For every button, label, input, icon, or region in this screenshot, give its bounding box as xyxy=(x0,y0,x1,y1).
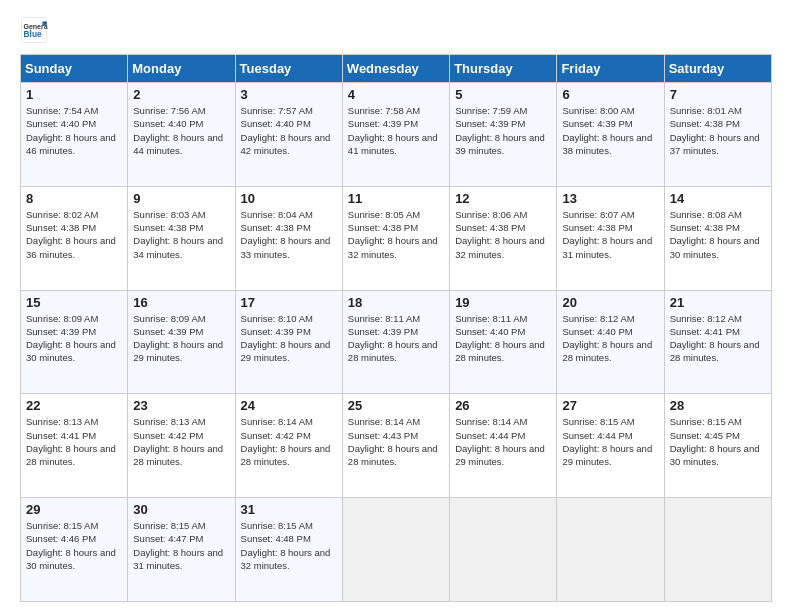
calendar-cell: 6 Sunrise: 8:00 AMSunset: 4:39 PMDayligh… xyxy=(557,83,664,187)
day-number: 12 xyxy=(455,191,551,206)
day-info: Sunrise: 7:58 AMSunset: 4:39 PMDaylight:… xyxy=(348,104,444,157)
week-row-1: 8 Sunrise: 8:02 AMSunset: 4:38 PMDayligh… xyxy=(21,186,772,290)
calendar-cell: 14 Sunrise: 8:08 AMSunset: 4:38 PMDaylig… xyxy=(664,186,771,290)
day-number: 11 xyxy=(348,191,444,206)
day-info: Sunrise: 8:04 AMSunset: 4:38 PMDaylight:… xyxy=(241,208,337,261)
day-info: Sunrise: 8:00 AMSunset: 4:39 PMDaylight:… xyxy=(562,104,658,157)
calendar-cell: 2 Sunrise: 7:56 AMSunset: 4:40 PMDayligh… xyxy=(128,83,235,187)
header: General Blue xyxy=(20,16,772,44)
col-header-sunday: Sunday xyxy=(21,55,128,83)
day-number: 13 xyxy=(562,191,658,206)
col-header-friday: Friday xyxy=(557,55,664,83)
calendar-cell: 8 Sunrise: 8:02 AMSunset: 4:38 PMDayligh… xyxy=(21,186,128,290)
day-number: 20 xyxy=(562,295,658,310)
day-number: 7 xyxy=(670,87,766,102)
day-number: 10 xyxy=(241,191,337,206)
calendar-cell: 20 Sunrise: 8:12 AMSunset: 4:40 PMDaylig… xyxy=(557,290,664,394)
page: General Blue SundayMondayTuesdayWednesda… xyxy=(0,0,792,612)
calendar-cell: 29 Sunrise: 8:15 AMSunset: 4:46 PMDaylig… xyxy=(21,498,128,602)
calendar-cell: 31 Sunrise: 8:15 AMSunset: 4:48 PMDaylig… xyxy=(235,498,342,602)
day-info: Sunrise: 7:59 AMSunset: 4:39 PMDaylight:… xyxy=(455,104,551,157)
day-info: Sunrise: 8:15 AMSunset: 4:45 PMDaylight:… xyxy=(670,415,766,468)
day-info: Sunrise: 7:57 AMSunset: 4:40 PMDaylight:… xyxy=(241,104,337,157)
day-number: 29 xyxy=(26,502,122,517)
calendar-cell: 30 Sunrise: 8:15 AMSunset: 4:47 PMDaylig… xyxy=(128,498,235,602)
day-info: Sunrise: 8:15 AMSunset: 4:46 PMDaylight:… xyxy=(26,519,122,572)
day-info: Sunrise: 8:15 AMSunset: 4:44 PMDaylight:… xyxy=(562,415,658,468)
week-row-4: 29 Sunrise: 8:15 AMSunset: 4:46 PMDaylig… xyxy=(21,498,772,602)
day-number: 26 xyxy=(455,398,551,413)
day-number: 30 xyxy=(133,502,229,517)
day-info: Sunrise: 8:01 AMSunset: 4:38 PMDaylight:… xyxy=(670,104,766,157)
day-info: Sunrise: 8:09 AMSunset: 4:39 PMDaylight:… xyxy=(26,312,122,365)
day-info: Sunrise: 8:12 AMSunset: 4:40 PMDaylight:… xyxy=(562,312,658,365)
col-header-tuesday: Tuesday xyxy=(235,55,342,83)
day-info: Sunrise: 8:11 AMSunset: 4:39 PMDaylight:… xyxy=(348,312,444,365)
day-number: 1 xyxy=(26,87,122,102)
col-header-saturday: Saturday xyxy=(664,55,771,83)
calendar-cell xyxy=(342,498,449,602)
day-number: 18 xyxy=(348,295,444,310)
calendar-cell: 19 Sunrise: 8:11 AMSunset: 4:40 PMDaylig… xyxy=(450,290,557,394)
day-info: Sunrise: 8:14 AMSunset: 4:42 PMDaylight:… xyxy=(241,415,337,468)
day-number: 25 xyxy=(348,398,444,413)
calendar-cell: 9 Sunrise: 8:03 AMSunset: 4:38 PMDayligh… xyxy=(128,186,235,290)
calendar-cell: 23 Sunrise: 8:13 AMSunset: 4:42 PMDaylig… xyxy=(128,394,235,498)
day-number: 23 xyxy=(133,398,229,413)
col-header-thursday: Thursday xyxy=(450,55,557,83)
day-number: 24 xyxy=(241,398,337,413)
day-info: Sunrise: 8:02 AMSunset: 4:38 PMDaylight:… xyxy=(26,208,122,261)
day-info: Sunrise: 7:56 AMSunset: 4:40 PMDaylight:… xyxy=(133,104,229,157)
calendar-cell: 1 Sunrise: 7:54 AMSunset: 4:40 PMDayligh… xyxy=(21,83,128,187)
day-number: 15 xyxy=(26,295,122,310)
col-header-monday: Monday xyxy=(128,55,235,83)
logo: General Blue xyxy=(20,16,48,44)
calendar: SundayMondayTuesdayWednesdayThursdayFrid… xyxy=(20,54,772,602)
day-info: Sunrise: 8:15 AMSunset: 4:47 PMDaylight:… xyxy=(133,519,229,572)
day-number: 19 xyxy=(455,295,551,310)
calendar-cell: 7 Sunrise: 8:01 AMSunset: 4:38 PMDayligh… xyxy=(664,83,771,187)
calendar-cell: 11 Sunrise: 8:05 AMSunset: 4:38 PMDaylig… xyxy=(342,186,449,290)
calendar-cell: 16 Sunrise: 8:09 AMSunset: 4:39 PMDaylig… xyxy=(128,290,235,394)
day-number: 8 xyxy=(26,191,122,206)
week-row-0: 1 Sunrise: 7:54 AMSunset: 4:40 PMDayligh… xyxy=(21,83,772,187)
day-number: 28 xyxy=(670,398,766,413)
day-info: Sunrise: 8:10 AMSunset: 4:39 PMDaylight:… xyxy=(241,312,337,365)
day-info: Sunrise: 8:15 AMSunset: 4:48 PMDaylight:… xyxy=(241,519,337,572)
day-number: 2 xyxy=(133,87,229,102)
calendar-cell: 26 Sunrise: 8:14 AMSunset: 4:44 PMDaylig… xyxy=(450,394,557,498)
calendar-cell: 28 Sunrise: 8:15 AMSunset: 4:45 PMDaylig… xyxy=(664,394,771,498)
calendar-header-row: SundayMondayTuesdayWednesdayThursdayFrid… xyxy=(21,55,772,83)
day-info: Sunrise: 8:12 AMSunset: 4:41 PMDaylight:… xyxy=(670,312,766,365)
week-row-2: 15 Sunrise: 8:09 AMSunset: 4:39 PMDaylig… xyxy=(21,290,772,394)
day-number: 27 xyxy=(562,398,658,413)
calendar-cell xyxy=(664,498,771,602)
day-number: 6 xyxy=(562,87,658,102)
day-number: 31 xyxy=(241,502,337,517)
calendar-cell: 18 Sunrise: 8:11 AMSunset: 4:39 PMDaylig… xyxy=(342,290,449,394)
week-row-3: 22 Sunrise: 8:13 AMSunset: 4:41 PMDaylig… xyxy=(21,394,772,498)
day-number: 17 xyxy=(241,295,337,310)
day-number: 22 xyxy=(26,398,122,413)
day-number: 16 xyxy=(133,295,229,310)
calendar-cell: 24 Sunrise: 8:14 AMSunset: 4:42 PMDaylig… xyxy=(235,394,342,498)
calendar-cell: 10 Sunrise: 8:04 AMSunset: 4:38 PMDaylig… xyxy=(235,186,342,290)
day-info: Sunrise: 8:11 AMSunset: 4:40 PMDaylight:… xyxy=(455,312,551,365)
day-number: 5 xyxy=(455,87,551,102)
calendar-cell: 4 Sunrise: 7:58 AMSunset: 4:39 PMDayligh… xyxy=(342,83,449,187)
calendar-cell: 22 Sunrise: 8:13 AMSunset: 4:41 PMDaylig… xyxy=(21,394,128,498)
day-number: 4 xyxy=(348,87,444,102)
calendar-cell: 27 Sunrise: 8:15 AMSunset: 4:44 PMDaylig… xyxy=(557,394,664,498)
day-number: 9 xyxy=(133,191,229,206)
calendar-cell: 5 Sunrise: 7:59 AMSunset: 4:39 PMDayligh… xyxy=(450,83,557,187)
calendar-cell: 13 Sunrise: 8:07 AMSunset: 4:38 PMDaylig… xyxy=(557,186,664,290)
day-number: 21 xyxy=(670,295,766,310)
day-info: Sunrise: 8:14 AMSunset: 4:44 PMDaylight:… xyxy=(455,415,551,468)
calendar-cell: 15 Sunrise: 8:09 AMSunset: 4:39 PMDaylig… xyxy=(21,290,128,394)
calendar-cell: 21 Sunrise: 8:12 AMSunset: 4:41 PMDaylig… xyxy=(664,290,771,394)
calendar-cell xyxy=(557,498,664,602)
day-info: Sunrise: 8:13 AMSunset: 4:42 PMDaylight:… xyxy=(133,415,229,468)
day-number: 3 xyxy=(241,87,337,102)
day-info: Sunrise: 8:09 AMSunset: 4:39 PMDaylight:… xyxy=(133,312,229,365)
day-info: Sunrise: 8:14 AMSunset: 4:43 PMDaylight:… xyxy=(348,415,444,468)
